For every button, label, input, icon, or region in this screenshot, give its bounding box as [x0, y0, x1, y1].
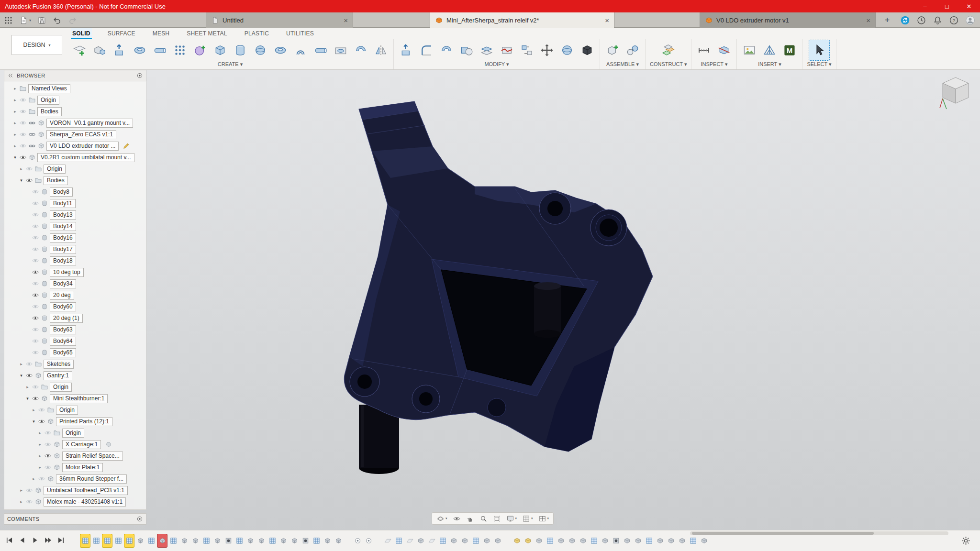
- visibility-toggle[interactable]: [25, 165, 33, 173]
- orbit-button[interactable]: ▾: [434, 513, 449, 524]
- browser-row[interactable]: ▸V0 LDO extruder motor ...: [4, 140, 146, 152]
- browser-row[interactable]: ▾Gantry:1: [4, 370, 146, 381]
- timeline-feature-feature[interactable]: [622, 534, 632, 547]
- undo-button[interactable]: [53, 16, 62, 25]
- expand-toggle[interactable]: ▾: [25, 396, 30, 401]
- visibility-toggle[interactable]: [32, 222, 39, 230]
- panel-options-icon[interactable]: [136, 516, 143, 522]
- expand-toggle[interactable]: ▸: [37, 453, 43, 458]
- profile-button[interactable]: [965, 15, 975, 25]
- expand-toggle[interactable]: ▸: [12, 109, 18, 114]
- close-button[interactable]: ✕: [958, 0, 980, 12]
- expand-toggle[interactable]: ▾: [31, 419, 36, 424]
- visibility-toggle[interactable]: [44, 463, 52, 471]
- timeline-feature-sketch[interactable]: [168, 534, 178, 547]
- joint-tool[interactable]: [623, 40, 643, 60]
- browser-row[interactable]: Body14: [4, 220, 146, 232]
- timeline-feature-sketch[interactable]: [201, 534, 211, 547]
- timeline-feature-feature[interactable]: [460, 534, 469, 547]
- timeline-feature-sketch[interactable]: [438, 534, 447, 547]
- browser-row[interactable]: Body11: [4, 198, 146, 209]
- save-button[interactable]: [37, 16, 46, 25]
- timeline-feature-hole[interactable]: [611, 534, 621, 547]
- rectangular-pattern-tool[interactable]: [170, 40, 190, 60]
- visibility-toggle[interactable]: [38, 406, 45, 414]
- timeline-feature-feature[interactable]: [578, 534, 588, 547]
- timeline-feature-feature[interactable]: [323, 534, 332, 547]
- coil-tool[interactable]: [290, 40, 311, 60]
- timeline-feature-feature[interactable]: [135, 534, 145, 547]
- move-copy-tool[interactable]: [537, 40, 557, 60]
- browser-row[interactable]: ▸Origin: [4, 404, 146, 416]
- browser-row[interactable]: ▸Named Views: [4, 83, 146, 94]
- timeline-feature-feature[interactable]: [179, 534, 189, 547]
- panel-options-icon[interactable]: [136, 72, 143, 79]
- visibility-toggle[interactable]: [32, 326, 39, 333]
- revolve-tool[interactable]: [130, 40, 150, 60]
- viewcube[interactable]: [938, 73, 973, 113]
- new-component-tool[interactable]: [602, 40, 623, 60]
- browser-row[interactable]: 20 deg (1): [4, 312, 146, 324]
- measure-tool[interactable]: [694, 40, 714, 60]
- group-dropdown-modify[interactable]: MODIFY ▾: [396, 61, 597, 69]
- expand-toggle[interactable]: ▸: [25, 385, 30, 389]
- visibility-toggle[interactable]: [32, 314, 39, 322]
- visibility-toggle[interactable]: [38, 475, 45, 483]
- timeline-feature-comp[interactable]: [512, 534, 522, 547]
- expand-toggle[interactable]: ▸: [31, 408, 36, 412]
- job-status-button[interactable]: [900, 15, 910, 25]
- timeline-feature-plane[interactable]: [405, 534, 414, 547]
- timeline-feature-sketch[interactable]: [312, 534, 321, 547]
- visibility-toggle[interactable]: [25, 486, 33, 494]
- section-analysis-tool[interactable]: [714, 40, 734, 60]
- visibility-toggle[interactable]: [32, 257, 39, 264]
- offset-face-tool[interactable]: [477, 40, 497, 60]
- expand-toggle[interactable]: ▸: [12, 132, 18, 137]
- look-at-button[interactable]: [451, 513, 463, 524]
- timeline-feature-sketch[interactable]: [124, 534, 134, 547]
- timeline-feature-feature[interactable]: [245, 534, 255, 547]
- group-dropdown-insert[interactable]: INSERT ▾: [739, 61, 800, 69]
- expand-toggle[interactable]: ▸: [19, 166, 24, 171]
- play-button[interactable]: [31, 536, 40, 545]
- thicken-tool[interactable]: [351, 40, 371, 60]
- document-tab[interactable]: Mini_AfterSherpa_strain releif v2*×: [430, 12, 614, 28]
- timeline-settings-gear-icon[interactable]: [960, 535, 971, 546]
- timeline-feature-feature[interactable]: [556, 534, 566, 547]
- timeline-scrollbar-track[interactable]: [690, 531, 948, 535]
- ribbon-tab-solid[interactable]: SOLID: [71, 28, 92, 39]
- expand-toggle[interactable]: ▸: [12, 98, 18, 102]
- browser-row[interactable]: ▾Mini Stealthburner:1: [4, 393, 146, 404]
- timeline-feature-hole[interactable]: [301, 534, 310, 547]
- timeline-feature-sketch[interactable]: [644, 534, 654, 547]
- visibility-toggle[interactable]: [32, 211, 39, 219]
- timeline-feature-feature[interactable]: [567, 534, 577, 547]
- expand-toggle[interactable]: ▸: [19, 499, 24, 504]
- timeline-feature-sketch[interactable]: [91, 534, 101, 547]
- combine-tool[interactable]: [457, 40, 477, 60]
- browser-row[interactable]: Body60: [4, 301, 146, 312]
- visibility-toggle[interactable]: [32, 245, 39, 253]
- press-pull-tool[interactable]: [396, 40, 416, 60]
- create-form-tool[interactable]: [190, 40, 210, 60]
- expand-toggle[interactable]: ▸: [37, 442, 43, 447]
- expand-toggle[interactable]: ▸: [19, 488, 24, 493]
- step-back-button[interactable]: [18, 536, 27, 545]
- visibility-toggle[interactable]: [32, 349, 39, 356]
- ribbon-tab-mesh[interactable]: MESH: [151, 28, 171, 39]
- file-menu-button[interactable]: ▾: [19, 16, 31, 25]
- timeline-feature-feature[interactable]: [699, 534, 709, 547]
- ribbon-tab-surface[interactable]: SURFACE: [106, 28, 137, 39]
- workspace-selector[interactable]: DESIGN ▾: [11, 35, 62, 55]
- visibility-toggle[interactable]: [32, 383, 39, 391]
- browser-row[interactable]: Body18: [4, 255, 146, 266]
- expand-toggle[interactable]: ▸: [19, 362, 24, 366]
- visibility-toggle[interactable]: [32, 280, 39, 287]
- timeline-feature-comp[interactable]: [523, 534, 533, 547]
- browser-row[interactable]: Body65: [4, 347, 146, 358]
- timeline-feature-feature[interactable]: [493, 534, 502, 547]
- timeline-feature-sketch[interactable]: [146, 534, 156, 547]
- browser-row[interactable]: ▾Printed Parts (12):1: [4, 416, 146, 427]
- timeline-feature-feature[interactable]: [482, 534, 491, 547]
- browser-row[interactable]: ▸Sherpa_Zero ECAS v1:1: [4, 129, 146, 140]
